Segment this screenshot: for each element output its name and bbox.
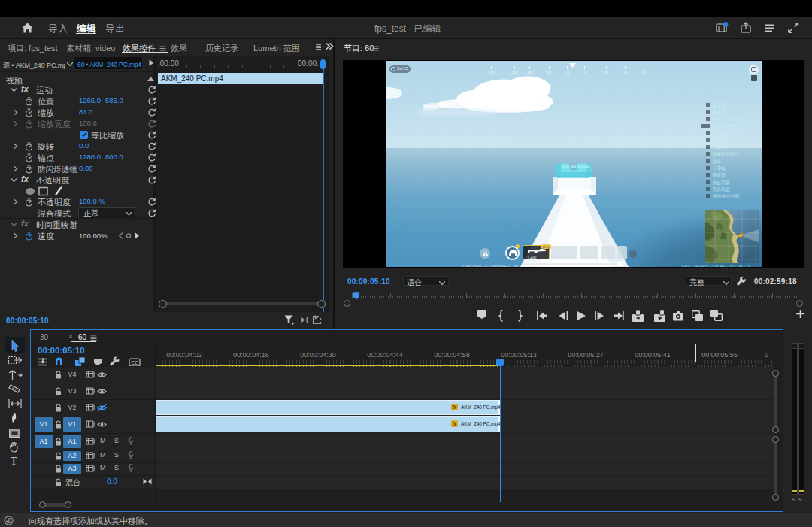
svg-text:CC: CC <box>131 360 138 365</box>
svg-text:T: T <box>11 456 17 467</box>
